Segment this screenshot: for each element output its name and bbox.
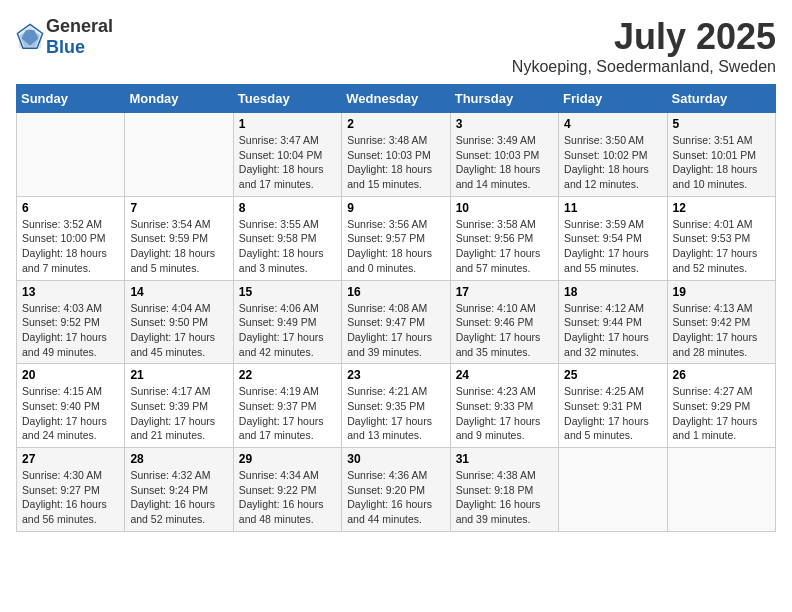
calendar-cell: 29Sunrise: 4:34 AM Sunset: 9:22 PM Dayli…	[233, 448, 341, 532]
day-number: 23	[347, 368, 444, 382]
day-info: Sunrise: 4:12 AM Sunset: 9:44 PM Dayligh…	[564, 301, 661, 360]
calendar-table: Sunday Monday Tuesday Wednesday Thursday…	[16, 84, 776, 532]
day-info: Sunrise: 4:01 AM Sunset: 9:53 PM Dayligh…	[673, 217, 770, 276]
calendar-cell: 9Sunrise: 3:56 AM Sunset: 9:57 PM Daylig…	[342, 196, 450, 280]
day-number: 1	[239, 117, 336, 131]
day-info: Sunrise: 4:15 AM Sunset: 9:40 PM Dayligh…	[22, 384, 119, 443]
day-number: 26	[673, 368, 770, 382]
calendar-cell: 19Sunrise: 4:13 AM Sunset: 9:42 PM Dayli…	[667, 280, 775, 364]
day-info: Sunrise: 4:13 AM Sunset: 9:42 PM Dayligh…	[673, 301, 770, 360]
calendar-cell: 7Sunrise: 3:54 AM Sunset: 9:59 PM Daylig…	[125, 196, 233, 280]
day-info: Sunrise: 4:30 AM Sunset: 9:27 PM Dayligh…	[22, 468, 119, 527]
calendar-cell	[125, 113, 233, 197]
day-info: Sunrise: 3:48 AM Sunset: 10:03 PM Daylig…	[347, 133, 444, 192]
day-number: 19	[673, 285, 770, 299]
calendar-cell	[667, 448, 775, 532]
day-info: Sunrise: 3:54 AM Sunset: 9:59 PM Dayligh…	[130, 217, 227, 276]
calendar-cell: 12Sunrise: 4:01 AM Sunset: 9:53 PM Dayli…	[667, 196, 775, 280]
day-number: 8	[239, 201, 336, 215]
calendar-week-row: 1Sunrise: 3:47 AM Sunset: 10:04 PM Dayli…	[17, 113, 776, 197]
day-number: 24	[456, 368, 553, 382]
day-number: 14	[130, 285, 227, 299]
day-info: Sunrise: 4:38 AM Sunset: 9:18 PM Dayligh…	[456, 468, 553, 527]
day-info: Sunrise: 3:58 AM Sunset: 9:56 PM Dayligh…	[456, 217, 553, 276]
day-number: 28	[130, 452, 227, 466]
day-info: Sunrise: 4:27 AM Sunset: 9:29 PM Dayligh…	[673, 384, 770, 443]
calendar-cell	[559, 448, 667, 532]
calendar-cell: 13Sunrise: 4:03 AM Sunset: 9:52 PM Dayli…	[17, 280, 125, 364]
day-number: 27	[22, 452, 119, 466]
calendar-cell: 10Sunrise: 3:58 AM Sunset: 9:56 PM Dayli…	[450, 196, 558, 280]
logo-blue: Blue	[46, 37, 85, 57]
calendar-cell: 4Sunrise: 3:50 AM Sunset: 10:02 PM Dayli…	[559, 113, 667, 197]
day-number: 10	[456, 201, 553, 215]
calendar-cell: 17Sunrise: 4:10 AM Sunset: 9:46 PM Dayli…	[450, 280, 558, 364]
calendar-cell: 6Sunrise: 3:52 AM Sunset: 10:00 PM Dayli…	[17, 196, 125, 280]
day-info: Sunrise: 3:59 AM Sunset: 9:54 PM Dayligh…	[564, 217, 661, 276]
calendar-cell: 23Sunrise: 4:21 AM Sunset: 9:35 PM Dayli…	[342, 364, 450, 448]
day-number: 29	[239, 452, 336, 466]
day-info: Sunrise: 3:56 AM Sunset: 9:57 PM Dayligh…	[347, 217, 444, 276]
day-info: Sunrise: 3:52 AM Sunset: 10:00 PM Daylig…	[22, 217, 119, 276]
day-number: 18	[564, 285, 661, 299]
day-number: 31	[456, 452, 553, 466]
day-number: 21	[130, 368, 227, 382]
calendar-cell: 25Sunrise: 4:25 AM Sunset: 9:31 PM Dayli…	[559, 364, 667, 448]
day-info: Sunrise: 3:51 AM Sunset: 10:01 PM Daylig…	[673, 133, 770, 192]
day-number: 12	[673, 201, 770, 215]
day-info: Sunrise: 4:34 AM Sunset: 9:22 PM Dayligh…	[239, 468, 336, 527]
day-info: Sunrise: 4:25 AM Sunset: 9:31 PM Dayligh…	[564, 384, 661, 443]
calendar-week-row: 27Sunrise: 4:30 AM Sunset: 9:27 PM Dayli…	[17, 448, 776, 532]
calendar-cell: 18Sunrise: 4:12 AM Sunset: 9:44 PM Dayli…	[559, 280, 667, 364]
day-number: 7	[130, 201, 227, 215]
day-number: 15	[239, 285, 336, 299]
day-info: Sunrise: 4:21 AM Sunset: 9:35 PM Dayligh…	[347, 384, 444, 443]
day-number: 2	[347, 117, 444, 131]
day-number: 4	[564, 117, 661, 131]
day-info: Sunrise: 4:03 AM Sunset: 9:52 PM Dayligh…	[22, 301, 119, 360]
day-number: 30	[347, 452, 444, 466]
day-info: Sunrise: 4:23 AM Sunset: 9:33 PM Dayligh…	[456, 384, 553, 443]
day-number: 9	[347, 201, 444, 215]
calendar-cell: 26Sunrise: 4:27 AM Sunset: 9:29 PM Dayli…	[667, 364, 775, 448]
day-number: 20	[22, 368, 119, 382]
header-sunday: Sunday	[17, 85, 125, 113]
calendar-cell: 24Sunrise: 4:23 AM Sunset: 9:33 PM Dayli…	[450, 364, 558, 448]
calendar-cell: 21Sunrise: 4:17 AM Sunset: 9:39 PM Dayli…	[125, 364, 233, 448]
calendar-week-row: 20Sunrise: 4:15 AM Sunset: 9:40 PM Dayli…	[17, 364, 776, 448]
header-wednesday: Wednesday	[342, 85, 450, 113]
calendar-cell: 14Sunrise: 4:04 AM Sunset: 9:50 PM Dayli…	[125, 280, 233, 364]
calendar-cell: 2Sunrise: 3:48 AM Sunset: 10:03 PM Dayli…	[342, 113, 450, 197]
day-info: Sunrise: 3:55 AM Sunset: 9:58 PM Dayligh…	[239, 217, 336, 276]
header-tuesday: Tuesday	[233, 85, 341, 113]
calendar-cell: 3Sunrise: 3:49 AM Sunset: 10:03 PM Dayli…	[450, 113, 558, 197]
day-info: Sunrise: 4:06 AM Sunset: 9:49 PM Dayligh…	[239, 301, 336, 360]
header-monday: Monday	[125, 85, 233, 113]
calendar-cell: 8Sunrise: 3:55 AM Sunset: 9:58 PM Daylig…	[233, 196, 341, 280]
calendar-cell: 30Sunrise: 4:36 AM Sunset: 9:20 PM Dayli…	[342, 448, 450, 532]
day-info: Sunrise: 4:08 AM Sunset: 9:47 PM Dayligh…	[347, 301, 444, 360]
logo: General Blue	[16, 16, 113, 58]
calendar-cell: 11Sunrise: 3:59 AM Sunset: 9:54 PM Dayli…	[559, 196, 667, 280]
calendar-cell: 27Sunrise: 4:30 AM Sunset: 9:27 PM Dayli…	[17, 448, 125, 532]
calendar-cell: 16Sunrise: 4:08 AM Sunset: 9:47 PM Dayli…	[342, 280, 450, 364]
calendar-cell	[17, 113, 125, 197]
day-number: 16	[347, 285, 444, 299]
calendar-cell: 31Sunrise: 4:38 AM Sunset: 9:18 PM Dayli…	[450, 448, 558, 532]
header-friday: Friday	[559, 85, 667, 113]
calendar-cell: 20Sunrise: 4:15 AM Sunset: 9:40 PM Dayli…	[17, 364, 125, 448]
logo-general: General	[46, 16, 113, 36]
day-number: 3	[456, 117, 553, 131]
day-number: 6	[22, 201, 119, 215]
month-title: July 2025	[512, 16, 776, 58]
title-block: July 2025 Nykoeping, Soedermanland, Swed…	[512, 16, 776, 76]
day-info: Sunrise: 4:17 AM Sunset: 9:39 PM Dayligh…	[130, 384, 227, 443]
day-info: Sunrise: 4:19 AM Sunset: 9:37 PM Dayligh…	[239, 384, 336, 443]
calendar-week-row: 6Sunrise: 3:52 AM Sunset: 10:00 PM Dayli…	[17, 196, 776, 280]
calendar-week-row: 13Sunrise: 4:03 AM Sunset: 9:52 PM Dayli…	[17, 280, 776, 364]
calendar-cell: 5Sunrise: 3:51 AM Sunset: 10:01 PM Dayli…	[667, 113, 775, 197]
header-thursday: Thursday	[450, 85, 558, 113]
day-info: Sunrise: 3:49 AM Sunset: 10:03 PM Daylig…	[456, 133, 553, 192]
logo-text: General Blue	[46, 16, 113, 58]
weekday-header-row: Sunday Monday Tuesday Wednesday Thursday…	[17, 85, 776, 113]
